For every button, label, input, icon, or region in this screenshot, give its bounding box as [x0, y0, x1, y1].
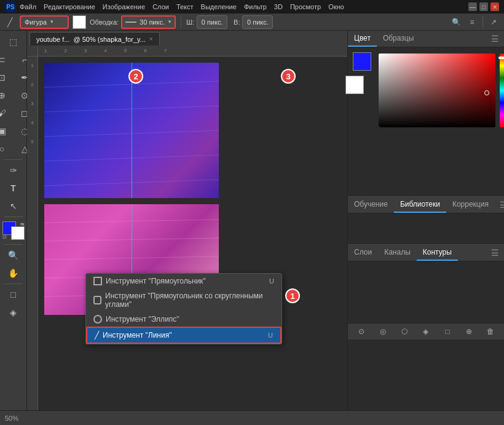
- context-menu: Инструмент "Прямоугольник" U Инструмент …: [85, 273, 282, 344]
- stroke-size-value: 30 пикс.: [140, 18, 165, 26]
- spectrum-bar[interactable]: [500, 54, 504, 127]
- heal-tool[interactable]: ⊕: [0, 87, 13, 104]
- layer-fx-button[interactable]: ◎: [376, 326, 390, 337]
- search-button[interactable]: 🔍: [449, 15, 463, 29]
- layers-footer: ⊙ ◎ ⬡ ◈ □ ⊕ 🗑: [348, 323, 504, 340]
- canvas-tab-bar: youtube f... @ 50% (shapka_for_y... ×: [27, 31, 347, 46]
- canvas-tab-active[interactable]: youtube f... @ 50% (shapka_for_y... ×: [30, 32, 160, 46]
- color-panel: Цвет Образцы ☰: [348, 31, 504, 197]
- stroke-label: Обводка:: [90, 18, 119, 26]
- menu-window[interactable]: Окно: [328, 3, 344, 10]
- panel-menu-icon[interactable]: ☰: [486, 31, 504, 46]
- context-item-rounded-rect[interactable]: Инструмент "Прямоугольник со скругленным…: [86, 288, 282, 312]
- tab-corrections[interactable]: Коррекция: [446, 197, 495, 213]
- svg-line-2: [44, 130, 219, 137]
- window-controls[interactable]: — □ ✕: [468, 2, 499, 11]
- brush-tool[interactable]: 🖌: [0, 105, 13, 122]
- ruler-tick-v: 1: [31, 63, 33, 68]
- mode-quick[interactable]: ◈: [2, 304, 25, 321]
- share-button[interactable]: ↗: [487, 15, 500, 29]
- background-square[interactable]: [345, 76, 364, 94]
- menu-bar[interactable]: Файл Редактирование Изображение Слои Тек…: [20, 3, 344, 10]
- tab-paths[interactable]: Контуры: [417, 245, 458, 261]
- lasso-tool[interactable]: ⊂: [0, 51, 13, 68]
- menu-view[interactable]: Просмотр: [290, 3, 321, 10]
- layer-link-button[interactable]: ⊙: [355, 326, 368, 337]
- layer-mask-button[interactable]: ⬡: [398, 326, 411, 337]
- canvas-image-top: [44, 63, 219, 198]
- color-gradient-picker[interactable]: [379, 54, 495, 127]
- tab-color[interactable]: Цвет: [348, 31, 377, 47]
- width-label: Ш:: [186, 18, 194, 26]
- menu-select[interactable]: Выделение: [201, 3, 237, 10]
- callout-3: 3: [281, 69, 296, 84]
- maximize-button[interactable]: □: [479, 2, 488, 11]
- tab-learning[interactable]: Обучение: [348, 197, 394, 213]
- context-item-rect[interactable]: Инструмент "Прямоугольник" U: [86, 274, 282, 288]
- title-bar-left: PS Файл Редактирование Изображение Слои …: [5, 1, 344, 12]
- canvas-tab-close[interactable]: ×: [149, 36, 153, 42]
- callout-2: 2: [128, 69, 143, 84]
- color-panel-tab-bar: Цвет Образцы ☰: [348, 31, 504, 47]
- layers-tab-bar: Слои Каналы Контуры ☰: [348, 245, 504, 261]
- menu-text[interactable]: Текст: [176, 3, 194, 10]
- arrange-button[interactable]: ≡: [465, 15, 479, 29]
- width-input[interactable]: 0 пикс.: [197, 15, 227, 29]
- minimize-button[interactable]: —: [468, 2, 477, 11]
- context-item-ellipse[interactable]: Инструмент "Эллипс": [86, 312, 282, 327]
- ruler-tick: 5: [124, 48, 127, 54]
- menu-image[interactable]: Изображение: [103, 3, 145, 10]
- ruler-tick-v: 2: [31, 82, 33, 87]
- menu-layers[interactable]: Слои: [152, 3, 169, 10]
- default-colors-icon[interactable]: ⊡: [2, 234, 7, 240]
- foreground-square[interactable]: [353, 52, 371, 71]
- canvas-scroll[interactable]: [38, 57, 347, 410]
- libraries-panel: Обучение Библиотеки Коррекция ☰: [348, 197, 504, 245]
- panel-menu-libraries[interactable]: ☰: [495, 197, 504, 212]
- layer-delete-button[interactable]: 🗑: [484, 326, 497, 337]
- ruler-horizontal: 1 2 3 4 5 6 7: [38, 46, 347, 57]
- tool-divider-2: [4, 216, 23, 217]
- zoom-tool[interactable]: 🔍: [2, 247, 25, 264]
- hand-tool[interactable]: ✋: [2, 264, 25, 282]
- options-bar: ╱ Фигура ▼ Обводка: 30 пикс. ▼ Ш: 0 пикс…: [0, 14, 504, 31]
- menu-file[interactable]: Файл: [20, 3, 36, 10]
- gradient-cursor[interactable]: [484, 90, 489, 95]
- tool-divider-1: [4, 159, 23, 160]
- mode-standard[interactable]: □: [2, 286, 25, 303]
- svg-line-4: [44, 180, 219, 186]
- path-select-tool[interactable]: ↖: [2, 197, 25, 215]
- layer-adjust-button[interactable]: ◈: [419, 326, 433, 337]
- pen-tool[interactable]: ✑: [2, 162, 25, 179]
- shape-mode-dropdown[interactable]: Фигура ▼: [20, 15, 69, 29]
- layer-new-button[interactable]: ⊕: [462, 326, 476, 337]
- menu-3d[interactable]: 3D: [274, 3, 283, 10]
- fill-color-swatch[interactable]: [73, 15, 86, 29]
- tab-channels[interactable]: Каналы: [378, 245, 417, 261]
- svg-line-3: [44, 155, 219, 161]
- panel-menu-layers[interactable]: ☰: [486, 245, 504, 260]
- tab-layers[interactable]: Слои: [348, 245, 378, 261]
- height-input[interactable]: 0 пикс.: [242, 15, 273, 29]
- switch-colors-icon[interactable]: ⇆: [20, 221, 25, 227]
- menu-filter[interactable]: Фильтр: [244, 3, 267, 10]
- crop-tool[interactable]: ⊡: [0, 69, 13, 86]
- marquee-tool[interactable]: ⬚: [2, 33, 25, 50]
- ruler-tick: 2: [64, 48, 66, 54]
- separator-2: [482, 16, 483, 28]
- dodge-tool[interactable]: ○: [0, 140, 13, 157]
- tab-libraries[interactable]: Библиотеки: [394, 197, 446, 213]
- layer-group-button[interactable]: □: [441, 326, 454, 337]
- tab-swatches[interactable]: Образцы: [377, 31, 420, 47]
- color-swatches[interactable]: ⇆ ⊡: [2, 221, 25, 240]
- close-button[interactable]: ✕: [490, 2, 499, 11]
- context-item-line[interactable]: ╱ Инструмент "Линия" U: [86, 327, 282, 344]
- gradient-tool[interactable]: ▣: [0, 122, 13, 140]
- background-color[interactable]: [11, 226, 25, 240]
- tool-divider-3: [4, 244, 23, 245]
- gradient-dark: [379, 54, 495, 127]
- stroke-color-options[interactable]: 30 пикс. ▼: [121, 15, 176, 29]
- text-tool[interactable]: T: [2, 180, 25, 197]
- context-item-label: Инструмент "Линия": [103, 331, 171, 340]
- menu-edit[interactable]: Редактирование: [44, 3, 95, 10]
